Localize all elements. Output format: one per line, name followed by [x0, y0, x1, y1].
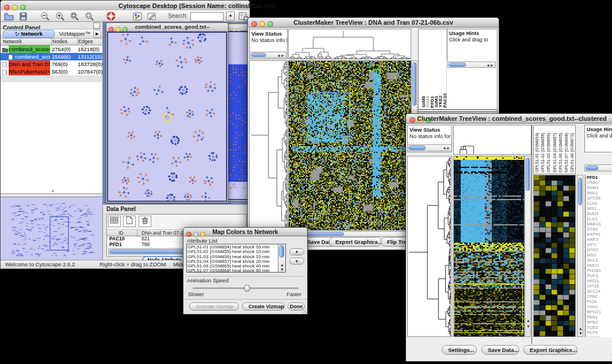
attribute-list-scrollbar[interactable]: ▲▼: [278, 244, 285, 272]
resize-grip[interactable]: [301, 308, 307, 313]
dialog-titlebar[interactable]: Map Colors to Network: [183, 228, 307, 236]
array-column-label[interactable]: PAC10: [442, 93, 447, 108]
tv2-row-dendrogram[interactable]: [407, 156, 452, 337]
zoom-selected-icon[interactable]: [84, 12, 95, 21]
tv2-global-heatmap[interactable]: [453, 156, 525, 337]
tv2-hints-hscrollbar[interactable]: [584, 164, 612, 171]
gene-label[interactable]: NIS1: [587, 206, 612, 211]
gene-label[interactable]: PFD1: [587, 175, 612, 180]
more-tabs-icon[interactable]: ▶: [93, 30, 101, 38]
network-window-titlebar[interactable]: combined_scores_good.txt--cluste...: [106, 23, 228, 32]
network-canvas-2[interactable]: [225, 31, 250, 200]
tv1-global-heatmap[interactable]: [288, 60, 411, 231]
tv2-status-hscrollbar[interactable]: ◄►: [407, 144, 452, 151]
tv1-column-dendrogram[interactable]: [288, 29, 411, 59]
gene-label[interactable]: GPI16: [587, 283, 612, 289]
gene-label[interactable]: YRA1: [587, 180, 612, 185]
network-list-row[interactable]: DNA and Tran 07769(0)183728(0): [1, 60, 102, 68]
tab-network[interactable]: Network: [3, 30, 55, 38]
gene-label[interactable]: ELG1: [587, 216, 612, 221]
gene-label[interactable]: RNR4: [587, 185, 612, 190]
gene-label[interactable]: SEC1: [587, 258, 612, 263]
tv2-settings-button[interactable]: Settings...: [442, 345, 477, 355]
tv2-export-graphics-button[interactable]: Export Graphics...: [523, 345, 577, 355]
network-window-1[interactable]: combined_scores_good.txt--cluste...: [106, 22, 228, 203]
array-column-label[interactable]: GPL51-06 (GSM865): [558, 133, 563, 173]
help-lifering-icon[interactable]: [106, 12, 117, 21]
gene-label[interactable]: MAK31: [587, 221, 612, 227]
tab-vizmapper[interactable]: VizMapper™: [56, 30, 94, 37]
attribute-select-icon[interactable]: [108, 216, 121, 227]
gene-label[interactable]: FIG4: [587, 299, 612, 304]
gene-label[interactable]: PHO81: [587, 268, 612, 273]
move-down-button[interactable]: ∨: [289, 258, 304, 265]
gene-label[interactable]: TCB3: [587, 325, 612, 330]
attribute-list[interactable]: GPL51-01 (GSM854) heat shock 05 minGPL51…: [186, 244, 286, 273]
array-column-label[interactable]: GPL51-04 (GSM857): [552, 133, 557, 173]
main-titlebar[interactable]: Cytoscape Desktop (Session Name: collins…: [1, 1, 250, 11]
gene-label[interactable]: RPN1: [587, 320, 612, 325]
dp-col-id[interactable]: ID: [118, 230, 124, 236]
annotation-icon[interactable]: [147, 12, 158, 21]
network-canvas-1[interactable]: [107, 32, 227, 202]
treeview2-titlebar[interactable]: ClusterMaker TreeView : combined_scores_…: [406, 114, 612, 124]
tv1-status-hscrollbar[interactable]: ◄►: [250, 52, 286, 58]
gene-label[interactable]: BUD4: [587, 211, 612, 216]
search-input[interactable]: [190, 12, 224, 21]
array-column-label[interactable]: GPL51-01 (GSM854): [534, 133, 540, 173]
float-panel-icon[interactable]: [93, 22, 100, 29]
array-column-label[interactable]: GPL51-07 (GSM868): [564, 133, 569, 173]
tv1-hints-hscrollbar[interactable]: ◄►: [447, 62, 496, 68]
network-overview-thumbnail[interactable]: [1, 197, 102, 260]
delete-attribute-trash-icon[interactable]: [139, 216, 151, 227]
gene-label[interactable]: PUF3: [587, 273, 612, 278]
minimize-icon[interactable]: [12, 5, 18, 10]
network-table-header[interactable]: Network Nodes Edges: [1, 39, 102, 45]
gene-label[interactable]: VIP1: [587, 242, 612, 247]
gene-label[interactable]: KAP95: [587, 232, 612, 237]
gene-label[interactable]: MSI1: [587, 252, 612, 258]
treeview1-titlebar[interactable]: ClusterMaker TreeView : DNA and Tran 07-…: [248, 18, 499, 28]
search-dropdown-icon[interactable]: ▼: [226, 12, 235, 21]
tv2-save-data-button[interactable]: Save Data...: [481, 345, 519, 355]
gene-label[interactable]: GTB1: [587, 227, 612, 232]
gene-label[interactable]: RPO21: [587, 309, 612, 315]
network-list-row[interactable]: combined_scores2764(0)16218(0): [1, 45, 102, 53]
tv2-vscrollbar[interactable]: ▲▼: [525, 156, 531, 337]
tv1-export-graphics-button[interactable]: Export Graphics...: [329, 237, 382, 247]
gene-label[interactable]: SEC24: [587, 289, 612, 294]
create-vizmap-button[interactable]: Create Vizmap: [242, 302, 285, 311]
vizmapper-icon[interactable]: [132, 12, 143, 21]
close-icon[interactable]: [4, 5, 10, 10]
save-icon[interactable]: [18, 12, 29, 21]
gene-label[interactable]: YSH1: [587, 304, 612, 309]
array-column-label[interactable]: GPL51-08 (GSM872): [569, 133, 575, 173]
gene-label[interactable]: HAP3: [587, 237, 612, 242]
array-column-label[interactable]: GPL51-02 (GSM855): [540, 133, 545, 173]
animate-vizmap-button[interactable]: Animate Vizmap: [189, 302, 239, 311]
animation-speed-slider[interactable]: [193, 288, 299, 289]
open-folder-icon[interactable]: [3, 12, 14, 21]
attribute-list-item[interactable]: GPL51-07 (GSM868) heat shock 60 min: [188, 269, 277, 273]
tv2-zoom-vscrollbar[interactable]: ▲▼: [577, 175, 583, 337]
gene-label[interactable]: NTR2: [587, 247, 612, 252]
array-column-label[interactable]: GPL51-03 (GSM856): [546, 133, 551, 173]
gene-label[interactable]: CPA2: [587, 294, 612, 299]
gene-label[interactable]: PEP5: [587, 330, 612, 335]
zoom-out-icon[interactable]: [40, 12, 51, 21]
gene-label[interactable]: PAN1: [587, 315, 612, 320]
move-up-button[interactable]: ∧: [289, 248, 304, 255]
network-list-row[interactable]: RNAPuberNov2+563(0)107847(0): [1, 68, 102, 75]
gene-label[interactable]: HMG1: [587, 263, 612, 268]
gene-label[interactable]: SPC98: [587, 196, 612, 201]
splitter-handle[interactable]: [52, 190, 54, 192]
zoom-in-icon[interactable]: [55, 12, 66, 21]
gene-label[interactable]: MSL1: [587, 190, 612, 196]
gene-label[interactable]: MON2: [587, 335, 612, 337]
zoom-fit-icon[interactable]: [69, 12, 80, 21]
maximize-icon[interactable]: [20, 5, 26, 10]
tv2-column-dendrogram[interactable]: [453, 125, 531, 155]
slider-thumb[interactable]: [244, 285, 250, 292]
gene-label[interactable]: CLN1: [587, 201, 612, 206]
network-list-row[interactable]: combined_sco2569(6)13112(15): [1, 53, 102, 60]
